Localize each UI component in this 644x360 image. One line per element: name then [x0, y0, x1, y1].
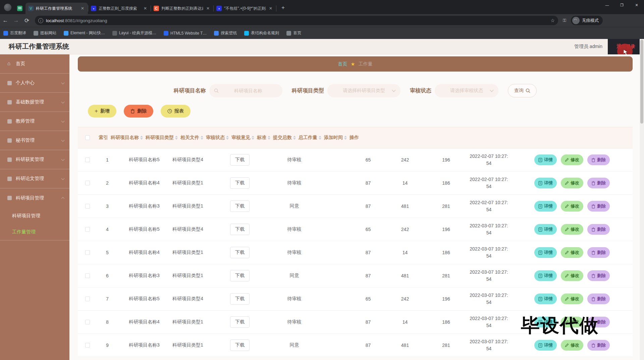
forward-icon[interactable]: →	[11, 17, 21, 24]
sort-carets-icon[interactable]	[293, 136, 296, 140]
row-checkbox[interactable]	[85, 204, 90, 209]
report-button[interactable]: 报表	[161, 105, 191, 118]
sort-carets-icon[interactable]	[226, 136, 229, 140]
row-checkbox[interactable]	[85, 227, 90, 232]
address-bar[interactable]: i localhost:8081/#/gongzuoliang ☆	[35, 16, 558, 25]
maximize-button[interactable]: ❐	[614, 0, 629, 10]
password-key-icon[interactable]: ⚿	[563, 18, 566, 23]
search-button[interactable]: 查询	[508, 84, 537, 97]
row-delete-button[interactable]: 删除	[587, 154, 610, 165]
row-checkbox[interactable]	[85, 250, 90, 255]
row-delete-button[interactable]: 删除	[587, 178, 610, 188]
sort-carets-icon[interactable]	[175, 136, 178, 140]
row-delete-button[interactable]: 删除	[587, 247, 610, 258]
detail-button[interactable]: 详情	[534, 154, 557, 165]
download-button[interactable]: 下载	[230, 270, 250, 281]
column-header[interactable]: 科研项目名称	[109, 132, 144, 143]
detail-button[interactable]: 详情	[534, 294, 557, 304]
row-checkbox[interactable]	[85, 158, 90, 162]
minimize-button[interactable]: —	[600, 0, 614, 10]
sidebar-item[interactable]: 基础数据管理	[0, 93, 69, 112]
bookmark-item[interactable]: 图标网站	[34, 30, 56, 36]
browser-tab[interactable]: 科研工作量管理系统 ✕	[25, 3, 88, 14]
column-header[interactable]: 标准	[256, 132, 272, 143]
download-button[interactable]: 下载	[230, 293, 250, 305]
row-checkbox[interactable]	[85, 297, 90, 301]
edit-button[interactable]: 修改	[561, 224, 583, 235]
sidebar-item[interactable]: 首页	[0, 54, 69, 74]
download-button[interactable]: 下载	[230, 247, 250, 258]
sidebar-item[interactable]: 个人中心	[0, 74, 69, 93]
row-delete-button[interactable]: 删除	[587, 340, 610, 351]
name-filter-input[interactable]	[219, 88, 278, 93]
column-header[interactable]: 提交总数	[272, 132, 297, 143]
bookmark-item[interactable]: 百度翻译	[3, 30, 26, 36]
column-header[interactable]: 审核状态	[205, 132, 230, 143]
page-scrollbar[interactable]	[640, 39, 644, 360]
browser-tab[interactable]: "不包括".+[0-9]*"的正则表达式… ✕	[214, 3, 276, 14]
detail-button[interactable]: 详情	[534, 247, 557, 258]
sort-carets-icon[interactable]	[268, 136, 270, 140]
column-header[interactable]: 添加时间	[323, 132, 348, 143]
scrollbar-thumb[interactable]	[640, 40, 643, 124]
incognito-badge[interactable]: 无痕模式	[571, 16, 603, 25]
edit-button[interactable]: 修改	[561, 340, 583, 351]
detail-button[interactable]: 详情	[534, 178, 557, 188]
site-info-icon[interactable]: i	[38, 18, 43, 23]
bookmark-item[interactable]: Element - 网站快…	[64, 30, 105, 36]
sort-carets-icon[interactable]	[140, 136, 143, 140]
new-tab-button[interactable]: +	[278, 3, 288, 13]
download-button[interactable]: 下载	[230, 177, 250, 189]
row-delete-button[interactable]: 删除	[587, 270, 610, 281]
column-header[interactable]: 科研项目类型	[144, 132, 179, 143]
sort-carets-icon[interactable]	[201, 136, 203, 140]
sidebar-item[interactable]: 教师管理	[0, 112, 69, 131]
browser-tab[interactable]: 判断正整数的正则表达式_小哥… ✕	[151, 3, 213, 14]
status-filter-select[interactable]: 请选择审核状态	[435, 84, 498, 97]
edit-button[interactable]: 修改	[561, 294, 583, 304]
bookmark-item[interactable]: 表结构命名规则	[244, 30, 279, 36]
detail-button[interactable]: 详情	[534, 270, 557, 281]
bookmark-item[interactable]: Layui - 经典开源模…	[112, 30, 156, 36]
column-header[interactable]: 索引	[97, 132, 109, 143]
sidebar-item[interactable]: 科研获奖管理	[0, 150, 69, 169]
download-button[interactable]: 下载	[230, 200, 250, 212]
row-delete-button[interactable]: 删除	[587, 201, 610, 212]
bookmark-star-icon[interactable]: ☆	[550, 18, 555, 23]
browser-tab[interactable]: 正整数正则_百度搜索 ✕	[88, 3, 151, 14]
edit-button[interactable]: 修改	[561, 178, 583, 188]
back-icon[interactable]: ←	[0, 17, 11, 24]
sidebar-item[interactable]: 科研项目管理	[0, 188, 69, 208]
breadcrumb-home-link[interactable]: 首页	[338, 61, 347, 67]
sort-carets-icon[interactable]	[344, 136, 347, 140]
detail-button[interactable]: 详情	[534, 201, 557, 212]
download-button[interactable]: 下载	[230, 340, 250, 351]
close-button[interactable]: ✕	[629, 0, 644, 10]
select-all-checkbox[interactable]	[85, 135, 90, 140]
sidebar-item[interactable]: 科研论文管理	[0, 169, 69, 188]
tab-close-icon[interactable]: ✕	[143, 6, 148, 11]
browser-logo-icon[interactable]	[4, 4, 11, 11]
tab-close-icon[interactable]: ✕	[268, 6, 273, 11]
edit-button[interactable]: 修改	[561, 247, 583, 258]
sidebar-item[interactable]: 科研项目管理	[0, 208, 69, 224]
detail-button[interactable]: 详情	[534, 224, 557, 235]
download-button[interactable]: 下载	[230, 154, 250, 166]
edit-button[interactable]: 修改	[561, 201, 583, 212]
row-checkbox[interactable]	[85, 320, 90, 324]
sort-carets-icon[interactable]	[319, 136, 321, 140]
column-header[interactable]: 相关文件	[179, 132, 205, 143]
tab-close-icon[interactable]: ✕	[205, 6, 211, 11]
row-checkbox[interactable]	[85, 343, 90, 348]
reload-icon[interactable]: ⟳	[21, 17, 32, 24]
row-delete-button[interactable]: 删除	[587, 294, 610, 304]
tab-close-icon[interactable]: ✕	[80, 6, 85, 11]
edit-button[interactable]: 修改	[561, 270, 583, 281]
sidebar-item[interactable]: 工作量管理	[0, 224, 69, 240]
bookmark-item[interactable]: 搜索壁纸	[214, 30, 237, 36]
row-checkbox[interactable]	[85, 273, 90, 278]
column-header[interactable]: 审核意见	[230, 132, 256, 143]
download-button[interactable]: 下载	[230, 316, 250, 328]
add-button[interactable]: + 新增	[88, 105, 116, 118]
pinned-tab[interactable]	[14, 3, 25, 14]
